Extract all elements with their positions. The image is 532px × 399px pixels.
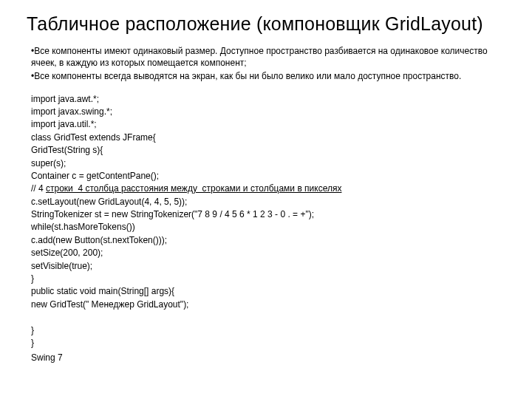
code-line: }: [31, 324, 505, 337]
code-line: public static void main(String[] args){: [31, 285, 505, 298]
code-line: while(st.hasMoreTokens()): [31, 221, 505, 233]
code-line: import javax.swing.*;: [31, 106, 505, 118]
code-text: // 4: [31, 183, 46, 194]
code-line: setVisible(true);: [31, 260, 505, 273]
code-line: GridTest(String s){: [31, 144, 505, 157]
code-line: import java.awt.*;: [31, 93, 505, 106]
slide-footer: Swing 7: [27, 352, 505, 363]
code-line: new GridTest(" Менеджер GridLayout");: [31, 299, 505, 311]
code-line: c.add(new Button(st.nextToken()));: [31, 234, 505, 247]
code-text: строки 4 столбца расстояния между строка…: [46, 183, 341, 194]
code-block: import java.awt.*; import javax.swing.*;…: [27, 93, 505, 350]
slide: Табличное расположение (компоновщик Grid…: [0, 0, 532, 370]
code-text: class GridTest extends JFrame: [31, 132, 153, 143]
code-line: import java.util.*;: [31, 118, 505, 131]
bullet-item: •Все компоненты всегда выводятся на экра…: [31, 70, 505, 82]
bullet-list: •Все компоненты имеют одинаковый размер.…: [27, 45, 505, 83]
code-line: // 4 строки 4 столбца расстояния между с…: [31, 183, 505, 195]
bullet-item: •Все компоненты имеют одинаковый размер.…: [31, 45, 505, 69]
code-line: }: [31, 273, 505, 285]
code-line: class GridTest extends JFrame{: [31, 132, 505, 144]
code-line: [31, 311, 505, 324]
code-text: {: [153, 132, 156, 143]
code-line: super(s);: [31, 157, 505, 170]
code-line: setSize(200, 200);: [31, 247, 505, 259]
code-line: StringTokenizer st = new StringTokenizer…: [31, 208, 505, 221]
code-line: }: [31, 337, 505, 349]
page-title: Табличное расположение (компоновщик Grid…: [27, 13, 505, 35]
code-line: c.setLayout(new GridLayout(4, 4, 5, 5));: [31, 196, 505, 208]
code-line: Container c = getContentPane();: [31, 170, 505, 183]
